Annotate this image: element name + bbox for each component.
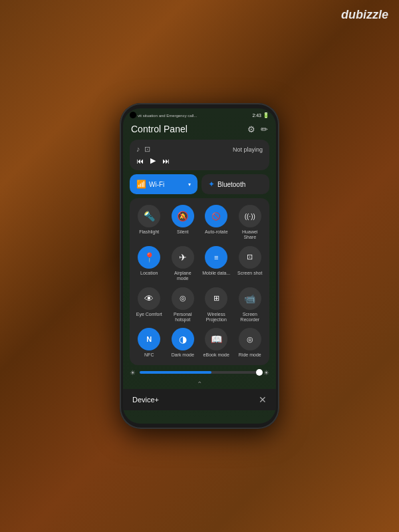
prev-button[interactable]: ⏮ <box>136 157 144 165</box>
device-plus-label: Device+ <box>132 396 159 404</box>
toggle-airplane[interactable]: ✈ Airplane mode <box>169 246 198 282</box>
media-player: ♪ ⊡ Not playing ⏮ ▶ ⏭ <box>130 140 269 170</box>
phone-screen: vit situation and Emergency call... 2:43… <box>123 108 276 424</box>
toggle-ride-mode[interactable]: ◎ Ride mode <box>236 328 265 358</box>
ride-circle: ◎ <box>239 328 261 350</box>
media-controls[interactable]: ⏮ ▶ ⏭ <box>136 156 263 165</box>
play-button[interactable]: ▶ <box>150 156 156 165</box>
dark-mode-circle: ◑ <box>172 328 194 350</box>
nfc-label: NFC <box>144 352 154 358</box>
bluetooth-label: Bluetooth <box>217 181 245 188</box>
header-icons: ⚙ ✏ <box>247 124 268 134</box>
wifi-bt-row: 📶 Wi-Fi ▾ ✦ Bluetooth <box>130 174 269 194</box>
eye-comfort-circle: 👁 <box>138 287 160 310</box>
huawei-share-circle: ((·)) <box>239 205 261 227</box>
toggle-ebook-mode[interactable]: 📖 eBook mode <box>202 328 231 358</box>
screen-recorder-circle: 📹 <box>239 287 261 310</box>
mobile-data-label: Mobile data... <box>202 271 230 276</box>
toggle-mobile-data[interactable]: ≡ Mobile data... <box>202 246 231 282</box>
brightness-fill <box>140 371 211 374</box>
toggle-eye-comfort[interactable]: 👁 Eye Comfort <box>135 287 164 323</box>
status-carrier-text: vit situation and Emergency call... <box>138 114 197 118</box>
toggle-wireless-projection[interactable]: ⊞ Wireless Projection <box>202 287 231 323</box>
battery-icon: 🔋 <box>263 112 269 118</box>
toggle-screen-recorder[interactable]: 📹 Screen Recorder <box>236 287 265 323</box>
location-circle: 📍 <box>138 246 160 269</box>
status-left: vit situation and Emergency call... <box>130 114 197 118</box>
toggle-huawei-share[interactable]: ((·)) Huawei Share <box>236 205 265 241</box>
screen-recorder-label: Screen Recorder <box>236 312 265 323</box>
wifi-icon: 📶 <box>136 180 146 189</box>
edit-icon[interactable]: ✏ <box>261 124 268 134</box>
device-plus-bar: Device+ ✕ <box>123 389 276 410</box>
status-time: 2:43 <box>252 113 261 118</box>
phone: vit situation and Emergency call... 2:43… <box>120 103 279 429</box>
screenshot-circle: ⊡ <box>239 246 261 269</box>
music-note-icon: ♪ <box>136 145 140 154</box>
status-right: 2:43 🔋 <box>252 112 269 118</box>
control-panel-header: Control Panel ⚙ ✏ <box>123 120 276 140</box>
location-label: Location <box>140 271 158 276</box>
brightness-row: ☀ ☀ <box>130 369 269 376</box>
flashlight-circle: 🔦 <box>138 205 160 227</box>
dark-mode-label: Dark mode <box>172 352 194 358</box>
toggle-hotspot[interactable]: ◎ Personal hotspot <box>169 287 198 323</box>
screenshot-label: Screen shot <box>237 271 262 276</box>
wireless-proj-circle: ⊞ <box>205 287 227 310</box>
brightness-high-icon: ☀ <box>263 369 269 376</box>
toggles-grid: 🔦 Flashlight 🔕 Silent 🚫 Auto-rotate ((·)… <box>130 198 269 365</box>
huawei-share-label: Huawei Share <box>236 229 265 241</box>
autorotate-circle: 🚫 <box>205 205 227 227</box>
cast-icon: ⊡ <box>144 145 150 154</box>
wireless-proj-label: Wireless Projection <box>202 312 231 323</box>
flashlight-label: Flashlight <box>139 229 159 235</box>
autorotate-label: Auto-rotate <box>205 229 228 235</box>
swipe-indicator: ⌃ <box>123 380 276 388</box>
next-button[interactable]: ⏭ <box>162 157 170 165</box>
brightness-low-icon: ☀ <box>130 369 136 376</box>
toggle-nfc[interactable]: N NFC <box>135 328 164 358</box>
media-top: ♪ ⊡ Not playing <box>136 145 263 154</box>
toggle-autorotate[interactable]: 🚫 Auto-rotate <box>202 205 231 241</box>
hotspot-label: Personal hotspot <box>169 312 198 323</box>
wifi-chevron-icon: ▾ <box>188 182 191 188</box>
wifi-label: Wi-Fi <box>149 181 164 188</box>
silent-circle: 🔕 <box>172 205 194 227</box>
status-bar: vit situation and Emergency call... 2:43… <box>123 108 276 120</box>
brightness-bar[interactable] <box>140 371 259 374</box>
toggle-dark-mode[interactable]: ◑ Dark mode <box>169 328 198 358</box>
nfc-circle: N <box>138 328 160 350</box>
dubizzle-logo: dubizzle <box>341 8 388 22</box>
brightness-dot <box>256 369 263 376</box>
bluetooth-tile[interactable]: ✦ Bluetooth <box>201 174 269 194</box>
ride-label: Ride mode <box>239 352 261 358</box>
device-plus-close-button[interactable]: ✕ <box>259 394 267 405</box>
ebook-circle: 📖 <box>205 328 227 350</box>
ebook-label: eBook mode <box>203 352 229 358</box>
toggle-silent[interactable]: 🔕 Silent <box>169 205 198 241</box>
eye-comfort-label: Eye Comfort <box>136 312 162 317</box>
wifi-tile[interactable]: 📶 Wi-Fi ▾ <box>130 174 198 194</box>
airplane-label: Airplane mode <box>169 271 198 282</box>
airplane-circle: ✈ <box>172 246 194 269</box>
silent-label: Silent <box>177 229 189 235</box>
bluetooth-icon: ✦ <box>208 180 215 189</box>
not-playing-text: Not playing <box>233 146 263 153</box>
toggle-location[interactable]: 📍 Location <box>135 246 164 282</box>
mobile-data-circle: ≡ <box>205 246 227 269</box>
toggle-flashlight[interactable]: 🔦 Flashlight <box>135 205 164 241</box>
settings-icon[interactable]: ⚙ <box>247 124 255 134</box>
camera-hole <box>130 112 136 118</box>
control-panel-title: Control Panel <box>131 124 188 134</box>
hotspot-circle: ◎ <box>172 287 194 310</box>
media-icons-top: ♪ ⊡ <box>136 145 150 154</box>
swipe-arrow-icon: ⌃ <box>197 380 202 388</box>
toggle-screenshot[interactable]: ⊡ Screen shot <box>236 246 265 282</box>
